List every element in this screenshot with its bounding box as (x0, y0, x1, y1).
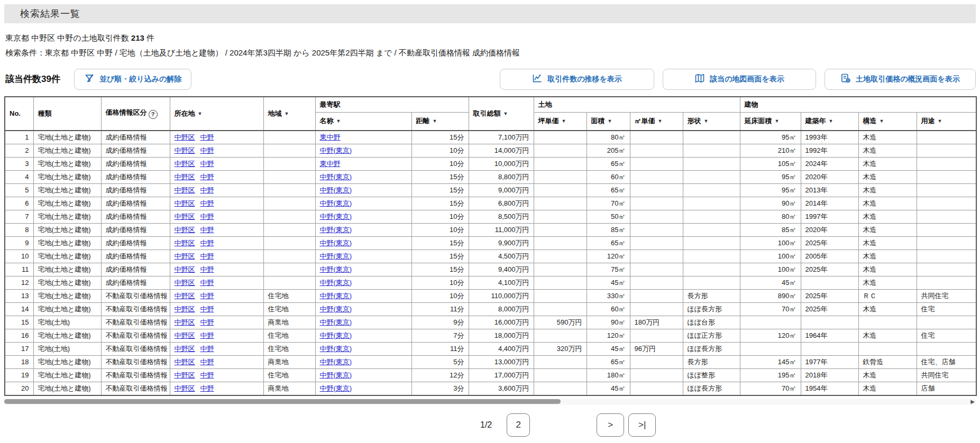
town-link[interactable]: 中野 (200, 239, 214, 247)
ward-link[interactable]: 中野区 (175, 226, 195, 234)
ward-link[interactable]: 中野区 (175, 213, 195, 220)
horizontal-scrollbar[interactable]: ▶ (4, 399, 976, 405)
scrollbar-thumb[interactable] (4, 399, 561, 404)
ward-link[interactable]: 中野区 (175, 173, 195, 181)
col-header-region[interactable]: 地域▼ (263, 97, 315, 131)
station-link[interactable]: 中野(東京) (320, 371, 352, 379)
station-link[interactable]: 中野(東京) (320, 252, 352, 260)
station-link[interactable]: 東中野 (320, 133, 341, 141)
show-map-button[interactable]: 該当の地図画面を表示 (663, 69, 816, 90)
col-header-station-name[interactable]: 名称▼ (315, 113, 411, 131)
cell-floor-area: 95㎡ (740, 131, 801, 144)
station-link[interactable]: 中野(東京) (320, 358, 352, 366)
scroll-right-icon[interactable]: ▶ (970, 399, 975, 405)
ward-link[interactable]: 中野区 (175, 239, 195, 247)
col-header-structure[interactable]: 構造▼ (858, 113, 917, 131)
cell-region (263, 263, 315, 276)
ward-link[interactable]: 中野区 (175, 279, 195, 287)
station-link[interactable]: 中野(東京) (320, 213, 352, 220)
ward-link[interactable]: 中野区 (175, 358, 195, 366)
station-link[interactable]: 中野(東京) (320, 199, 352, 207)
cell-total-price: 13,000万円 (469, 355, 534, 368)
station-link[interactable]: 東中野 (320, 160, 341, 168)
ward-link[interactable]: 中野区 (175, 384, 195, 392)
cell-build-year: 2018年 (801, 368, 858, 382)
ward-link[interactable]: 中野区 (175, 199, 195, 207)
town-link[interactable]: 中野 (200, 213, 214, 220)
station-link[interactable]: 中野(東京) (320, 173, 352, 181)
town-link[interactable]: 中野 (200, 292, 214, 300)
station-link[interactable]: 中野(東京) (320, 146, 352, 154)
ward-link[interactable]: 中野区 (175, 186, 195, 194)
town-link[interactable]: 中野 (200, 331, 214, 339)
ward-link[interactable]: 中野区 (175, 371, 195, 379)
station-link[interactable]: 中野(東京) (320, 292, 352, 300)
town-link[interactable]: 中野 (200, 226, 214, 234)
station-link[interactable]: 中野(東京) (320, 265, 352, 273)
ward-link[interactable]: 中野区 (175, 292, 195, 300)
col-header-build-year[interactable]: 建築年▼ (801, 113, 858, 131)
col-header-floor-area[interactable]: 延床面積▼ (740, 113, 801, 131)
cell-type: 宅地(土地と建物) (33, 170, 101, 183)
table-row: 6宅地(土地と建物)成約価格情報中野区中野中野(東京)15分6,800万円70㎡… (5, 197, 976, 210)
col-header-sqm-unit-price[interactable]: ㎡単価▼ (630, 113, 683, 131)
station-link[interactable]: 中野(東京) (320, 226, 352, 234)
town-link[interactable]: 中野 (200, 199, 214, 207)
ward-link[interactable]: 中野区 (175, 265, 195, 273)
town-link[interactable]: 中野 (200, 146, 214, 154)
station-link[interactable]: 中野(東京) (320, 331, 352, 339)
town-link[interactable]: 中野 (200, 160, 214, 168)
town-link[interactable]: 中野 (200, 252, 214, 260)
col-header-location[interactable]: 所在地▼ (170, 97, 263, 131)
town-link[interactable]: 中野 (200, 186, 214, 194)
town-link[interactable]: 中野 (200, 318, 214, 326)
town-link[interactable]: 中野 (200, 279, 214, 287)
help-icon[interactable]: ? (149, 110, 158, 119)
ward-link[interactable]: 中野区 (175, 146, 195, 154)
town-link[interactable]: 中野 (200, 371, 214, 379)
ward-link[interactable]: 中野区 (175, 305, 195, 313)
station-link[interactable]: 中野(東京) (320, 186, 352, 194)
town-link[interactable]: 中野 (200, 265, 214, 273)
show-transaction-trend-button[interactable]: 取引件数の推移を表示 (500, 69, 654, 90)
station-link[interactable]: 中野(東京) (320, 345, 352, 353)
page-2-button[interactable]: 2 (507, 413, 530, 437)
col-header-price-class: 価格情報区分? (101, 97, 170, 131)
sort-arrow-icon: ▼ (336, 118, 341, 124)
town-link[interactable]: 中野 (200, 345, 214, 353)
town-link[interactable]: 中野 (200, 305, 214, 313)
town-link[interactable]: 中野 (200, 173, 214, 181)
ward-link[interactable]: 中野区 (175, 160, 195, 168)
cell-station: 中野(東京) (315, 183, 411, 197)
town-link[interactable]: 中野 (200, 133, 214, 141)
ward-link[interactable]: 中野区 (175, 331, 195, 339)
station-link[interactable]: 中野(東京) (320, 384, 352, 392)
cell-location: 中野区中野 (170, 183, 263, 197)
station-link[interactable]: 中野(東京) (320, 305, 352, 313)
ward-link[interactable]: 中野区 (175, 133, 195, 141)
cell-price-class: 成約価格情報 (101, 157, 170, 170)
col-header-total-price[interactable]: 取引総額▼ (469, 97, 534, 131)
col-header-distance[interactable]: 距離▼ (411, 113, 469, 131)
station-link[interactable]: 中野(東京) (320, 318, 352, 326)
col-header-tsubo-unit-price[interactable]: 坪単価▼ (534, 113, 587, 131)
col-header-use[interactable]: 用途▼ (917, 113, 976, 131)
ward-link[interactable]: 中野区 (175, 318, 195, 326)
ward-link[interactable]: 中野区 (175, 345, 195, 353)
col-header-shape[interactable]: 形状▼ (683, 113, 740, 131)
station-link[interactable]: 中野(東京) (320, 279, 352, 287)
cell-floor-area: 210㎡ (740, 144, 801, 157)
last-page-button[interactable]: >| (628, 413, 656, 437)
town-link[interactable]: 中野 (200, 358, 214, 366)
station-link[interactable]: 中野(東京) (320, 239, 352, 247)
clear-sort-filter-button[interactable]: 並び順・絞り込みの解除 (74, 69, 191, 90)
cell-build-year (801, 342, 858, 355)
show-land-price-overview-button[interactable]: 土地取引価格の概況画面を表示 (825, 69, 976, 90)
next-page-button[interactable]: > (597, 413, 624, 437)
town-link[interactable]: 中野 (200, 384, 214, 392)
ward-link[interactable]: 中野区 (175, 252, 195, 260)
cell-shape (683, 250, 740, 263)
sort-arrow-icon: ▼ (433, 118, 437, 124)
cell-area: 90㎡ (587, 316, 630, 329)
col-header-area[interactable]: 面積▼ (587, 113, 630, 131)
